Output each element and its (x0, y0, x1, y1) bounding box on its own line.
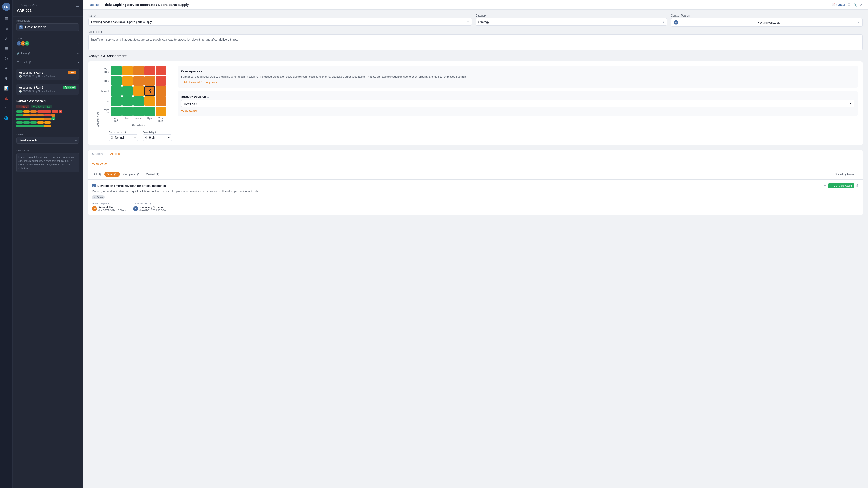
matrix-cell-1-2[interactable] (133, 76, 144, 86)
matrix-cell-4-2[interactable] (133, 107, 144, 116)
tab-strategy[interactable]: Strategy (88, 150, 106, 158)
matrix-cell-1-1[interactable] (122, 76, 133, 86)
contact-select[interactable]: FK Florian Kondziela ▾ (671, 18, 863, 27)
checklist-icon[interactable]: ☰ (2, 44, 10, 53)
opportunities-tag[interactable]: ◆ Opportunities (31, 104, 52, 108)
matrix-cell-0-3[interactable] (145, 66, 155, 75)
matrix-cell-3-4[interactable] (156, 96, 166, 106)
matrix-cell-0-1[interactable] (122, 66, 133, 75)
matrix-cell-4-3[interactable] (145, 107, 155, 116)
labels-row[interactable]: 🏷 Labels (5) ▾ (16, 61, 79, 64)
matrix-cell-1-4[interactable] (156, 76, 166, 86)
sort-button[interactable]: Sorted by Name ↑ ↓ (835, 173, 859, 176)
matrix-cell-2-4[interactable] (156, 86, 166, 96)
name-value: Serial Production (19, 139, 39, 142)
matrix-cell-0-2[interactable] (133, 66, 144, 75)
matrix-cell-2-3-active[interactable]: 🛡 12 (145, 86, 155, 96)
dashboard-icon[interactable]: ⊙ (2, 34, 10, 42)
action-status-badge[interactable]: ✦ Open (92, 195, 104, 199)
matrix-cell-4-1[interactable] (122, 107, 133, 116)
filter-all-button[interactable]: All (4) (92, 172, 102, 177)
consequence-info-icon[interactable]: ℹ (125, 131, 126, 134)
breadcrumb[interactable]: Factors (88, 3, 99, 6)
matrix-cell-0-0[interactable] (111, 66, 122, 75)
action-edit-icon[interactable]: ✏ (824, 184, 826, 187)
filter-verified-button[interactable]: Verified (1) (144, 172, 161, 177)
strategy-decision-select[interactable]: Avoid Risk ▾ (181, 100, 855, 107)
strategy-info-icon[interactable]: ℹ (208, 95, 209, 98)
add-action-button[interactable]: + Add Action (92, 162, 108, 165)
category-select[interactable]: Strategy ▾ (475, 18, 668, 26)
matrix-cell-1-3[interactable] (145, 76, 155, 86)
action-status-label: Open (97, 196, 103, 199)
row-label-high: High (99, 80, 111, 82)
consequence-dropdown-value: 3 - Normal (111, 136, 124, 139)
links-arrow-button[interactable]: → (76, 52, 79, 55)
description-textarea[interactable]: Lorem ipsum dolor sit amet, consetetur s… (16, 153, 79, 172)
list-icon-button[interactable]: ☰ (848, 3, 850, 6)
export-icon[interactable]: → (2, 124, 10, 132)
add-financial-consequence-button[interactable]: + Add Financial Consequence (181, 81, 855, 84)
probability-dropdown[interactable]: 4 - High ▾ (143, 134, 172, 141)
matrix-cell-3-1[interactable] (122, 96, 133, 106)
add-reason-button[interactable]: + Add Reason (181, 109, 855, 112)
globe-icon[interactable]: 🌐 (2, 114, 10, 122)
matrix-cell-4-0[interactable] (111, 107, 122, 116)
user-avatar[interactable]: FK (2, 3, 10, 11)
close-button[interactable]: ✕ (860, 3, 863, 6)
filter-completed-button[interactable]: Completed (2) (122, 172, 143, 177)
assessment-run-1-date: 02/01/2024 (23, 90, 34, 93)
team-row: F P H → (16, 41, 79, 46)
col-label-low: Low (122, 117, 132, 123)
assessment-run-1-meta: 🕐 02/01/2024 by Florian Kondziela (19, 90, 76, 93)
assessment-grid: Consequence VeryHigh (93, 66, 858, 141)
settings-icon[interactable]: ⚙ (2, 74, 10, 83)
consequences-info-icon[interactable]: ℹ (204, 70, 205, 73)
action-title: Develop an emergency plan for critical m… (97, 184, 822, 187)
description-form-textarea[interactable]: Insufficient service and inadequate spar… (88, 34, 863, 50)
complete-action-button[interactable]: → Complete Action (828, 183, 854, 188)
matrix-cell-3-2[interactable] (133, 96, 144, 106)
consequence-dropdown[interactable]: 3 - Normal ▾ (109, 134, 138, 141)
labels-section: 🏷 Labels (5) ▾ (13, 58, 83, 67)
risks-tag[interactable]: ⚠ Risks (16, 104, 29, 108)
responsible-section: Responsible FK Florian Kondziela ▾ (13, 17, 83, 34)
probability-info-icon[interactable]: ℹ (155, 131, 156, 134)
matrix-cell-2-2[interactable] (133, 86, 144, 96)
star-icon[interactable]: ✦ (2, 64, 10, 72)
layers-icon[interactable]: ⬡ (2, 54, 10, 62)
matrix-cell-3-0[interactable] (111, 96, 122, 106)
chart-icon[interactable]: 📊 (2, 84, 10, 92)
sidebar-back-button[interactable]: ← Analysis Map (16, 4, 37, 7)
matrix-cell-3-3[interactable] (145, 96, 155, 106)
consequence-dropdown-label: Consequence ℹ (109, 131, 138, 134)
responsible-avatar: FK (19, 25, 23, 29)
matrix-cell-1-0[interactable] (111, 76, 122, 86)
menu-icon[interactable]: ☰ (2, 14, 10, 23)
sidebar-more-button[interactable]: ••• (76, 4, 79, 8)
attachment-icon-button[interactable]: 📎 (853, 3, 857, 6)
action-delete-icon[interactable]: 🗑 (856, 184, 859, 187)
links-row[interactable]: 🔗 Links (2) → (16, 52, 79, 55)
matrix-cell-0-4[interactable] (156, 66, 166, 75)
warning-icon[interactable]: ⚠ (2, 94, 10, 102)
bar-yellow-4 (37, 118, 44, 120)
matrix-cell-4-4[interactable] (156, 107, 166, 116)
sort-desc-icon: ↓ (858, 173, 859, 176)
labels-expand-button[interactable]: ▾ (78, 61, 79, 64)
tab-actions[interactable]: Actions (106, 150, 123, 158)
name-form-input[interactable]: Expiring service contracts / Spare parts… (88, 18, 472, 26)
matrix-cell-2-1[interactable] (122, 86, 133, 96)
responsible-select[interactable]: FK Florian Kondziela ▾ (16, 23, 79, 31)
matrix-cell-2-0[interactable] (111, 86, 122, 96)
matrix-cell-value: 12 (148, 91, 151, 94)
action-checkbox[interactable]: ✓ (92, 184, 96, 187)
name-input[interactable]: Serial Production ⊞ (16, 137, 79, 143)
filter-open-button[interactable]: Open (1) (104, 172, 120, 177)
back-icon[interactable]: ◁ (2, 25, 10, 33)
verlauf-button[interactable]: 📈 Verlauf (831, 3, 845, 6)
help-icon[interactable]: ? (2, 104, 10, 112)
filter-row: All (4) Open (1) Completed (2) Verified … (88, 169, 863, 180)
team-arrow-button[interactable]: → (76, 42, 79, 45)
form-name-row: Name Expiring service contracts / Spare … (88, 14, 863, 27)
